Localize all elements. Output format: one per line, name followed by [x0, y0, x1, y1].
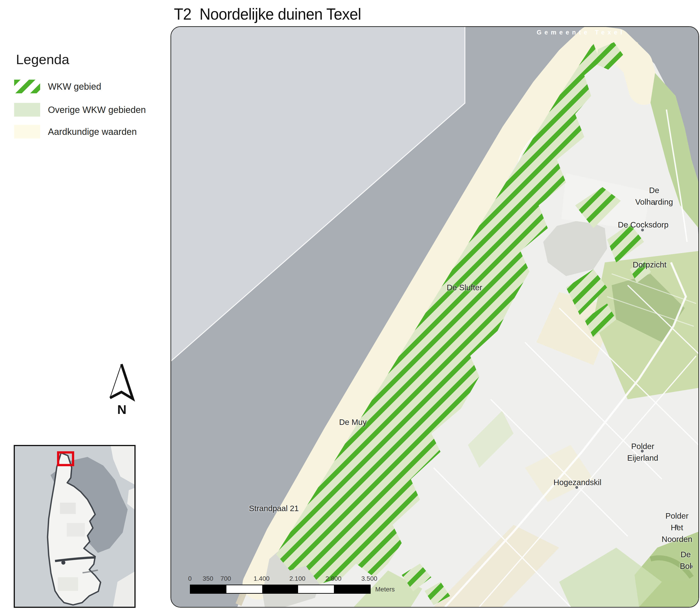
scalebar-tick: 2.800 [325, 575, 341, 582]
map-label-de-slufter: De Slufter [447, 282, 482, 293]
scalebar-tick: 0 [188, 575, 192, 582]
map-label-de-bol: De Bol [679, 549, 693, 572]
map-canvas [170, 26, 699, 608]
aardkundige-swatch-icon [14, 125, 40, 139]
scalebar-tick: 3.500 [361, 575, 377, 582]
scalebar-bar [190, 585, 371, 594]
legend-item-label: WKW gebied [48, 82, 101, 92]
north-arrow-icon: N [103, 359, 142, 418]
scalebar: 0 350 700 1.400 2.100 2.800 3.500 Meters [190, 573, 418, 601]
map-label-polder-het-noorden: Polder Het Noorden [662, 510, 692, 545]
legend-item-label: Overige WKW gebieden [48, 105, 146, 115]
north-arrow-letter: N [117, 402, 126, 417]
map-label-de-volharding: De Volharding [631, 185, 677, 208]
legend-heading: Legenda [16, 52, 69, 67]
legend-item-aardkundige: Aardkundige waarden [14, 125, 137, 139]
map-label-polder-eijerland: Polder Eijerland [627, 440, 658, 464]
legend-item-label: Aardkundige waarden [48, 127, 137, 137]
page-title: T2 Noordelijke duinen Texel [174, 5, 361, 23]
scalebar-tick: 1.400 [254, 575, 270, 582]
wkw-hatch-swatch-icon [14, 80, 40, 93]
map-label-de-muy: De Muy [339, 416, 367, 428]
scalebar-tick: 350 [203, 575, 214, 582]
map-label-hogezandskil: Hogezandskil [553, 477, 601, 488]
map-label-dorpzicht: Dorpzicht [633, 259, 666, 271]
legend-item-wkw-gebied: WKW gebied [14, 80, 101, 93]
scalebar-unit: Meters [375, 586, 395, 593]
map-label-de-cocksdorp: De Cocksdorp [618, 219, 668, 231]
map-label-strandpaal-21: Strandpaal 21 [249, 503, 299, 514]
overige-wkw-swatch-icon [14, 103, 40, 117]
inset-overview-map [14, 445, 136, 608]
legend-item-overige-wkw: Overige WKW gebieden [14, 103, 146, 117]
scalebar-tick: 700 [221, 575, 231, 582]
map-watermark-gemeente-texel: Gemeente Texel [536, 28, 625, 37]
scalebar-tick: 2.100 [289, 575, 305, 582]
